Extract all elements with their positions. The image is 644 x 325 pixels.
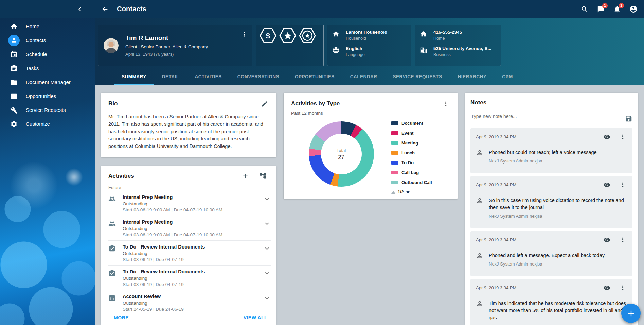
sidebar-item-document-manager[interactable]: Document Manager xyxy=(0,75,95,89)
calendar-icon xyxy=(8,49,20,60)
sidebar-item-contacts[interactable]: Contacts xyxy=(0,33,95,47)
add-activity-button[interactable] xyxy=(241,172,250,181)
eye-icon[interactable] xyxy=(603,181,610,188)
note-menu-button[interactable] xyxy=(619,133,626,140)
note-text: Phoned and left a message. Expect a call… xyxy=(489,252,628,259)
main-area: Tim R Lamont Client | Senior Partner, Al… xyxy=(95,18,644,325)
chart-menu-button[interactable] xyxy=(441,99,450,108)
activity-row[interactable]: Account Review Outstanding Start 24-05-1… xyxy=(108,290,271,311)
household-name: Lamont Household xyxy=(346,30,387,35)
activity-row[interactable]: Internal Prep Meeting Outstanding Start … xyxy=(108,191,271,216)
tab-service-requests[interactable]: SERVICE REQUESTS xyxy=(385,69,450,85)
search-button[interactable] xyxy=(579,3,590,15)
note-menu-button[interactable] xyxy=(619,181,626,188)
activities-section-label: Future xyxy=(101,181,276,191)
tab-activities[interactable]: ACTIVITIES xyxy=(187,69,230,85)
legend-page-down-icon[interactable] xyxy=(406,191,410,194)
activity-dates: Start 03-06-19 9:00 AM | Due 04-07-19 10… xyxy=(123,207,263,212)
activity-title: Internal Prep Meeting xyxy=(123,194,263,200)
tab-calendar[interactable]: CALENDAR xyxy=(342,69,385,85)
folder-icon xyxy=(8,76,20,88)
legend-page-up-icon[interactable] xyxy=(391,191,395,194)
activity-row[interactable]: To Do - Review Internal Documents Outsta… xyxy=(108,266,271,290)
sidebar-item-opportunities[interactable]: Opportunities xyxy=(0,89,95,103)
sidebar-item-label: Schedule xyxy=(26,51,47,57)
activity-row[interactable]: Internal Prep Meeting Outstanding Start … xyxy=(108,216,271,241)
tab-hierarchy[interactable]: HIERARCHY xyxy=(450,69,495,85)
activity-row[interactable]: To Do - Review Internal Documents Outsta… xyxy=(108,241,271,266)
activity-dates: Start 03-06-19 9:00 AM | Due 04-07-19 10… xyxy=(123,232,263,237)
note-item: Apr 9, 2019 3:34 PM So in th xyxy=(470,176,632,228)
page-title: Contacts xyxy=(117,5,146,13)
eye-icon[interactable] xyxy=(603,133,610,140)
bio-card: Bio Mr. Tim Lamont has been a Senior Par… xyxy=(101,93,276,157)
edit-bio-button[interactable] xyxy=(260,99,269,108)
activity-dates: Start 03-06-19 | Due 04-07-19 xyxy=(123,282,263,287)
dollar-badge-icon[interactable]: $ xyxy=(260,28,276,43)
activity-title: Internal Prep Meeting xyxy=(123,219,263,225)
add-button[interactable] xyxy=(621,304,641,323)
eye-icon[interactable] xyxy=(603,284,610,291)
view-all-button[interactable]: VIEW ALL xyxy=(244,315,267,320)
note-author: NexJ System Admin nexjsa xyxy=(489,261,628,267)
sidebar-item-label: Tasks xyxy=(26,65,39,71)
activity-hierarchy-button[interactable] xyxy=(258,172,267,181)
activity-dates: Start 03-06-19 | Due 04-07-19 xyxy=(123,257,263,262)
sidebar-item-label: Opportunities xyxy=(26,93,56,99)
chevron-down-icon[interactable] xyxy=(263,245,271,262)
legend-item: Lunch xyxy=(391,148,450,158)
notifications-button[interactable]: 1 xyxy=(611,3,623,15)
contact-header: Tim R Lamont Client | Senior Partner, Al… xyxy=(95,18,644,85)
medal-badge-icon[interactable] xyxy=(299,28,316,43)
tab-cpm[interactable]: CPM xyxy=(494,69,521,85)
people-icon xyxy=(108,220,117,237)
more-button[interactable]: MORE xyxy=(114,315,129,320)
sidebar-item-tasks[interactable]: Tasks xyxy=(0,61,95,75)
tab-detail[interactable]: DETAIL xyxy=(154,69,187,85)
back-button[interactable] xyxy=(99,3,111,15)
note-item: Apr 9, 2019 3:34 PM Phoned a xyxy=(470,231,632,276)
chevron-down-icon[interactable] xyxy=(263,270,271,287)
legend-swatch xyxy=(391,181,398,184)
note-menu-button[interactable] xyxy=(619,236,626,243)
note-text: Phoned but could not reach; left a voice… xyxy=(489,149,628,156)
sidebar-item-schedule[interactable]: Schedule xyxy=(0,47,95,61)
save-icon[interactable] xyxy=(625,115,632,122)
chevron-down-icon[interactable] xyxy=(263,195,271,212)
donut-chart: Total 27 xyxy=(309,121,374,187)
chevron-down-icon[interactable] xyxy=(263,220,271,237)
profile-menu-button[interactable] xyxy=(238,29,250,40)
chevron-down-icon[interactable] xyxy=(263,294,271,311)
wrench-icon xyxy=(8,104,20,116)
sidebar-item-customize[interactable]: Customize xyxy=(0,117,95,131)
person-icon xyxy=(476,300,484,324)
account-button[interactable] xyxy=(628,3,639,15)
tab-opportunities[interactable]: OPPORTUNITIES xyxy=(287,69,342,85)
search-icon xyxy=(581,5,588,13)
sidebar-item-label: Document Manager xyxy=(26,79,71,85)
plus-icon xyxy=(242,172,249,179)
messages-badge: 1 xyxy=(602,3,608,8)
messages-button[interactable]: 1 xyxy=(595,3,607,15)
note-author: NexJ System Admin nexjsa xyxy=(489,158,628,164)
tab-conversations[interactable]: CONVERSATIONS xyxy=(230,69,287,85)
legend-item: Document xyxy=(391,118,450,128)
activities-card: Activities Future Internal Pre xyxy=(101,166,276,325)
note-text: Tim has indicated that he has moderate r… xyxy=(489,300,628,321)
eye-icon[interactable] xyxy=(603,236,610,243)
collapse-sidebar-button[interactable] xyxy=(74,3,86,15)
sidebar-item-home[interactable]: Home xyxy=(0,19,95,33)
app-bar: Contacts 1 1 xyxy=(0,0,644,18)
new-note-input[interactable] xyxy=(470,112,621,122)
notes-title: Notes xyxy=(470,99,632,106)
note-menu-button[interactable] xyxy=(619,284,626,291)
kebab-icon xyxy=(241,31,248,38)
bio-title: Bio xyxy=(108,100,118,107)
tab-summary[interactable]: SUMMARY xyxy=(114,69,154,85)
sidebar-item-service-requests[interactable]: Service Requests xyxy=(0,103,95,117)
kebab-icon xyxy=(442,100,449,107)
star-badge-icon[interactable] xyxy=(279,28,296,43)
note-timestamp: Apr 9, 2019 3:34 PM xyxy=(476,237,516,242)
note-timestamp: Apr 9, 2019 3:34 PM xyxy=(476,285,516,290)
activities-title: Activities xyxy=(108,173,134,179)
